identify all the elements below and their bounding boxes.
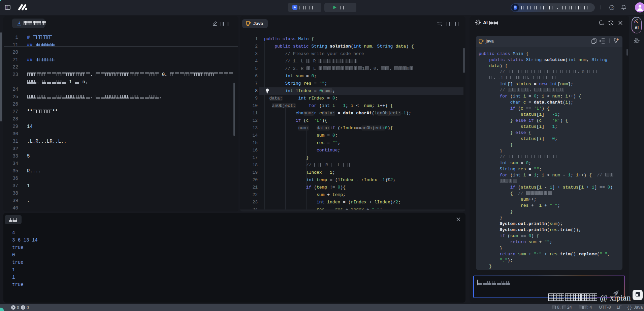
- svg-text:?: ?: [611, 6, 613, 9]
